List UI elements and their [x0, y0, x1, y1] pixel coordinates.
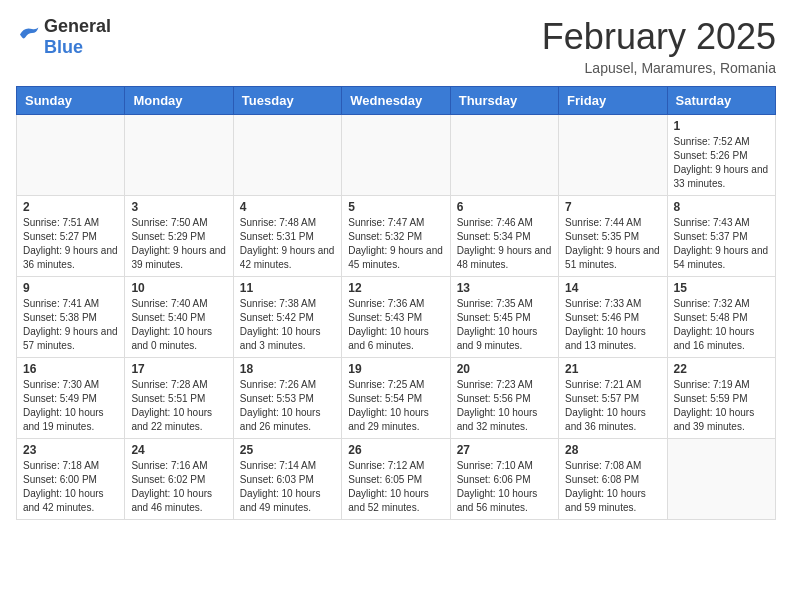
- weekday-header-thursday: Thursday: [450, 87, 558, 115]
- day-info: Sunrise: 7:16 AM Sunset: 6:02 PM Dayligh…: [131, 459, 226, 515]
- day-info: Sunrise: 7:08 AM Sunset: 6:08 PM Dayligh…: [565, 459, 660, 515]
- calendar-cell: 18Sunrise: 7:26 AM Sunset: 5:53 PM Dayli…: [233, 358, 341, 439]
- logo-blue: Blue: [44, 37, 83, 57]
- day-number: 24: [131, 443, 226, 457]
- day-number: 16: [23, 362, 118, 376]
- day-info: Sunrise: 7:41 AM Sunset: 5:38 PM Dayligh…: [23, 297, 118, 353]
- calendar-cell: 3Sunrise: 7:50 AM Sunset: 5:29 PM Daylig…: [125, 196, 233, 277]
- calendar-cell: 27Sunrise: 7:10 AM Sunset: 6:06 PM Dayli…: [450, 439, 558, 520]
- day-info: Sunrise: 7:50 AM Sunset: 5:29 PM Dayligh…: [131, 216, 226, 272]
- day-number: 19: [348, 362, 443, 376]
- day-info: Sunrise: 7:43 AM Sunset: 5:37 PM Dayligh…: [674, 216, 769, 272]
- calendar-cell: 25Sunrise: 7:14 AM Sunset: 6:03 PM Dayli…: [233, 439, 341, 520]
- day-info: Sunrise: 7:35 AM Sunset: 5:45 PM Dayligh…: [457, 297, 552, 353]
- day-number: 1: [674, 119, 769, 133]
- day-info: Sunrise: 7:25 AM Sunset: 5:54 PM Dayligh…: [348, 378, 443, 434]
- day-info: Sunrise: 7:28 AM Sunset: 5:51 PM Dayligh…: [131, 378, 226, 434]
- day-number: 11: [240, 281, 335, 295]
- calendar-cell: [233, 115, 341, 196]
- calendar-cell: 19Sunrise: 7:25 AM Sunset: 5:54 PM Dayli…: [342, 358, 450, 439]
- day-info: Sunrise: 7:52 AM Sunset: 5:26 PM Dayligh…: [674, 135, 769, 191]
- day-info: Sunrise: 7:46 AM Sunset: 5:34 PM Dayligh…: [457, 216, 552, 272]
- calendar-cell: [342, 115, 450, 196]
- day-info: Sunrise: 7:23 AM Sunset: 5:56 PM Dayligh…: [457, 378, 552, 434]
- calendar-cell: 8Sunrise: 7:43 AM Sunset: 5:37 PM Daylig…: [667, 196, 775, 277]
- logo-general: General: [44, 16, 111, 36]
- calendar-cell: 20Sunrise: 7:23 AM Sunset: 5:56 PM Dayli…: [450, 358, 558, 439]
- calendar-cell: 12Sunrise: 7:36 AM Sunset: 5:43 PM Dayli…: [342, 277, 450, 358]
- calendar-cell: 28Sunrise: 7:08 AM Sunset: 6:08 PM Dayli…: [559, 439, 667, 520]
- day-info: Sunrise: 7:12 AM Sunset: 6:05 PM Dayligh…: [348, 459, 443, 515]
- calendar-cell: [17, 115, 125, 196]
- calendar-cell: 22Sunrise: 7:19 AM Sunset: 5:59 PM Dayli…: [667, 358, 775, 439]
- calendar-cell: 15Sunrise: 7:32 AM Sunset: 5:48 PM Dayli…: [667, 277, 775, 358]
- day-number: 25: [240, 443, 335, 457]
- day-number: 2: [23, 200, 118, 214]
- logo-icon: [16, 25, 40, 49]
- day-info: Sunrise: 7:48 AM Sunset: 5:31 PM Dayligh…: [240, 216, 335, 272]
- day-info: Sunrise: 7:38 AM Sunset: 5:42 PM Dayligh…: [240, 297, 335, 353]
- day-number: 3: [131, 200, 226, 214]
- day-number: 15: [674, 281, 769, 295]
- day-number: 27: [457, 443, 552, 457]
- day-number: 14: [565, 281, 660, 295]
- calendar-cell: [450, 115, 558, 196]
- day-number: 9: [23, 281, 118, 295]
- day-number: 23: [23, 443, 118, 457]
- logo: General Blue: [16, 16, 111, 58]
- day-number: 28: [565, 443, 660, 457]
- day-number: 17: [131, 362, 226, 376]
- location: Lapusel, Maramures, Romania: [542, 60, 776, 76]
- day-number: 22: [674, 362, 769, 376]
- day-number: 26: [348, 443, 443, 457]
- day-info: Sunrise: 7:40 AM Sunset: 5:40 PM Dayligh…: [131, 297, 226, 353]
- week-row-5: 23Sunrise: 7:18 AM Sunset: 6:00 PM Dayli…: [17, 439, 776, 520]
- calendar-cell: 13Sunrise: 7:35 AM Sunset: 5:45 PM Dayli…: [450, 277, 558, 358]
- day-number: 6: [457, 200, 552, 214]
- day-number: 10: [131, 281, 226, 295]
- day-info: Sunrise: 7:14 AM Sunset: 6:03 PM Dayligh…: [240, 459, 335, 515]
- day-info: Sunrise: 7:36 AM Sunset: 5:43 PM Dayligh…: [348, 297, 443, 353]
- calendar-cell: 5Sunrise: 7:47 AM Sunset: 5:32 PM Daylig…: [342, 196, 450, 277]
- day-number: 20: [457, 362, 552, 376]
- calendar-cell: 26Sunrise: 7:12 AM Sunset: 6:05 PM Dayli…: [342, 439, 450, 520]
- day-info: Sunrise: 7:51 AM Sunset: 5:27 PM Dayligh…: [23, 216, 118, 272]
- weekday-header-friday: Friday: [559, 87, 667, 115]
- title-block: February 2025 Lapusel, Maramures, Romani…: [542, 16, 776, 76]
- weekday-header-saturday: Saturday: [667, 87, 775, 115]
- day-info: Sunrise: 7:30 AM Sunset: 5:49 PM Dayligh…: [23, 378, 118, 434]
- weekday-header-monday: Monday: [125, 87, 233, 115]
- day-info: Sunrise: 7:33 AM Sunset: 5:46 PM Dayligh…: [565, 297, 660, 353]
- week-row-2: 2Sunrise: 7:51 AM Sunset: 5:27 PM Daylig…: [17, 196, 776, 277]
- calendar-cell: 2Sunrise: 7:51 AM Sunset: 5:27 PM Daylig…: [17, 196, 125, 277]
- calendar-cell: 7Sunrise: 7:44 AM Sunset: 5:35 PM Daylig…: [559, 196, 667, 277]
- day-number: 5: [348, 200, 443, 214]
- day-number: 13: [457, 281, 552, 295]
- week-row-4: 16Sunrise: 7:30 AM Sunset: 5:49 PM Dayli…: [17, 358, 776, 439]
- calendar-table: SundayMondayTuesdayWednesdayThursdayFrid…: [16, 86, 776, 520]
- calendar-cell: 11Sunrise: 7:38 AM Sunset: 5:42 PM Dayli…: [233, 277, 341, 358]
- calendar-cell: 9Sunrise: 7:41 AM Sunset: 5:38 PM Daylig…: [17, 277, 125, 358]
- day-info: Sunrise: 7:44 AM Sunset: 5:35 PM Dayligh…: [565, 216, 660, 272]
- day-number: 7: [565, 200, 660, 214]
- month-title: February 2025: [542, 16, 776, 58]
- day-number: 4: [240, 200, 335, 214]
- calendar-cell: 14Sunrise: 7:33 AM Sunset: 5:46 PM Dayli…: [559, 277, 667, 358]
- page-header: General Blue February 2025 Lapusel, Mara…: [16, 16, 776, 76]
- calendar-cell: [559, 115, 667, 196]
- logo-text: General Blue: [44, 16, 111, 58]
- day-info: Sunrise: 7:47 AM Sunset: 5:32 PM Dayligh…: [348, 216, 443, 272]
- calendar-cell: [125, 115, 233, 196]
- calendar-cell: 17Sunrise: 7:28 AM Sunset: 5:51 PM Dayli…: [125, 358, 233, 439]
- calendar-cell: 6Sunrise: 7:46 AM Sunset: 5:34 PM Daylig…: [450, 196, 558, 277]
- day-info: Sunrise: 7:19 AM Sunset: 5:59 PM Dayligh…: [674, 378, 769, 434]
- weekday-header-row: SundayMondayTuesdayWednesdayThursdayFrid…: [17, 87, 776, 115]
- calendar-cell: 1Sunrise: 7:52 AM Sunset: 5:26 PM Daylig…: [667, 115, 775, 196]
- weekday-header-wednesday: Wednesday: [342, 87, 450, 115]
- calendar-cell: 23Sunrise: 7:18 AM Sunset: 6:00 PM Dayli…: [17, 439, 125, 520]
- calendar-cell: 16Sunrise: 7:30 AM Sunset: 5:49 PM Dayli…: [17, 358, 125, 439]
- calendar-cell: [667, 439, 775, 520]
- day-number: 12: [348, 281, 443, 295]
- day-number: 21: [565, 362, 660, 376]
- day-info: Sunrise: 7:10 AM Sunset: 6:06 PM Dayligh…: [457, 459, 552, 515]
